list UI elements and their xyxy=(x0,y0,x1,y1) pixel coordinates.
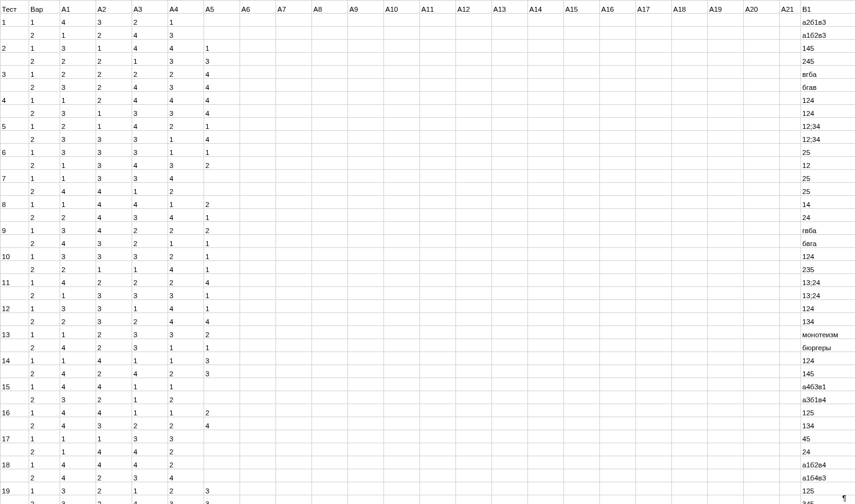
cell-a16[interactable] xyxy=(600,274,636,287)
cell-a14[interactable] xyxy=(528,443,564,456)
cell-a13[interactable] xyxy=(492,274,528,287)
cell-b1[interactable]: гвба xyxy=(801,222,856,235)
cell-b1[interactable]: вгба xyxy=(801,66,856,79)
column-header[interactable]: А20 xyxy=(744,1,780,14)
cell-a8[interactable] xyxy=(312,66,348,79)
cell-a4[interactable]: 2 xyxy=(168,248,204,261)
cell-a14[interactable] xyxy=(528,378,564,391)
cell-var[interactable]: 2 xyxy=(29,339,60,352)
cell-a2[interactable]: 1 xyxy=(96,118,132,131)
cell-a4[interactable]: 3 xyxy=(168,157,204,170)
cell-a20[interactable] xyxy=(744,352,780,365)
cell-a3[interactable]: 3 xyxy=(132,209,168,222)
cell-a16[interactable] xyxy=(600,92,636,105)
cell-a2[interactable]: 2 xyxy=(96,79,132,92)
cell-a10[interactable] xyxy=(384,118,420,131)
column-header[interactable]: А13 xyxy=(492,1,528,14)
cell-a11[interactable] xyxy=(420,235,456,248)
cell-a14[interactable] xyxy=(528,196,564,209)
column-header[interactable]: А10 xyxy=(384,1,420,14)
cell-a9[interactable] xyxy=(348,287,384,300)
cell-a18[interactable] xyxy=(672,378,708,391)
cell-a14[interactable] xyxy=(528,27,564,40)
cell-a3[interactable]: 2 xyxy=(132,417,168,430)
cell-a3[interactable]: 3 xyxy=(132,131,168,144)
cell-a8[interactable] xyxy=(312,391,348,404)
cell-a7[interactable] xyxy=(276,495,312,505)
cell-a16[interactable] xyxy=(600,365,636,378)
cell-a12[interactable] xyxy=(456,274,492,287)
cell-a4[interactable]: 2 xyxy=(168,66,204,79)
cell-a9[interactable] xyxy=(348,495,384,505)
cell-a8[interactable] xyxy=(312,404,348,417)
cell-a16[interactable] xyxy=(600,417,636,430)
cell-a4[interactable]: 2 xyxy=(168,183,204,196)
cell-a18[interactable] xyxy=(672,274,708,287)
cell-a8[interactable] xyxy=(312,443,348,456)
cell-a15[interactable] xyxy=(564,248,600,261)
cell-a1[interactable]: 1 xyxy=(60,27,96,40)
cell-a5[interactable]: 4 xyxy=(204,105,240,118)
cell-a4[interactable]: 2 xyxy=(168,274,204,287)
cell-a17[interactable] xyxy=(636,27,672,40)
cell-a8[interactable] xyxy=(312,287,348,300)
cell-a14[interactable] xyxy=(528,482,564,495)
cell-a10[interactable] xyxy=(384,144,420,157)
cell-a18[interactable] xyxy=(672,196,708,209)
cell-a13[interactable] xyxy=(492,404,528,417)
cell-a5[interactable]: 4 xyxy=(204,92,240,105)
cell-b1[interactable]: 134 xyxy=(801,417,856,430)
cell-a10[interactable] xyxy=(384,352,420,365)
cell-a8[interactable] xyxy=(312,183,348,196)
cell-a19[interactable] xyxy=(708,235,744,248)
cell-a16[interactable] xyxy=(600,391,636,404)
cell-a14[interactable] xyxy=(528,352,564,365)
cell-a13[interactable] xyxy=(492,235,528,248)
cell-a20[interactable] xyxy=(744,105,780,118)
cell-a7[interactable] xyxy=(276,40,312,53)
cell-a8[interactable] xyxy=(312,209,348,222)
cell-a13[interactable] xyxy=(492,40,528,53)
cell-a10[interactable] xyxy=(384,131,420,144)
cell-a3[interactable]: 3 xyxy=(132,170,168,183)
cell-a12[interactable] xyxy=(456,469,492,482)
cell-test[interactable] xyxy=(1,287,29,300)
cell-a1[interactable]: 1 xyxy=(60,157,96,170)
cell-test[interactable] xyxy=(1,209,29,222)
cell-a8[interactable] xyxy=(312,157,348,170)
cell-a4[interactable]: 3 xyxy=(168,326,204,339)
cell-a15[interactable] xyxy=(564,92,600,105)
cell-a3[interactable]: 1 xyxy=(132,378,168,391)
cell-a16[interactable] xyxy=(600,261,636,274)
cell-b1[interactable]: а1б4в3 xyxy=(801,469,856,482)
cell-a21[interactable] xyxy=(780,378,801,391)
cell-a2[interactable]: 4 xyxy=(96,209,132,222)
cell-b1[interactable]: а3б1в4 xyxy=(801,391,856,404)
cell-a16[interactable] xyxy=(600,222,636,235)
cell-a6[interactable] xyxy=(240,27,276,40)
cell-a9[interactable] xyxy=(348,157,384,170)
cell-a1[interactable]: 4 xyxy=(60,417,96,430)
cell-a7[interactable] xyxy=(276,27,312,40)
cell-a8[interactable] xyxy=(312,170,348,183)
cell-a10[interactable] xyxy=(384,157,420,170)
cell-a19[interactable] xyxy=(708,456,744,469)
cell-a19[interactable] xyxy=(708,14,744,27)
cell-a21[interactable] xyxy=(780,313,801,326)
cell-a7[interactable] xyxy=(276,144,312,157)
cell-a18[interactable] xyxy=(672,313,708,326)
cell-a3[interactable]: 1 xyxy=(132,261,168,274)
cell-a10[interactable] xyxy=(384,66,420,79)
cell-a5[interactable]: 1 xyxy=(204,144,240,157)
cell-a16[interactable] xyxy=(600,287,636,300)
cell-a18[interactable] xyxy=(672,40,708,53)
cell-a13[interactable] xyxy=(492,261,528,274)
cell-a2[interactable]: 2 xyxy=(96,391,132,404)
cell-a13[interactable] xyxy=(492,92,528,105)
cell-a20[interactable] xyxy=(744,79,780,92)
cell-a2[interactable]: 2 xyxy=(96,92,132,105)
cell-a21[interactable] xyxy=(780,352,801,365)
cell-a8[interactable] xyxy=(312,40,348,53)
cell-a8[interactable] xyxy=(312,248,348,261)
cell-test[interactable] xyxy=(1,157,29,170)
